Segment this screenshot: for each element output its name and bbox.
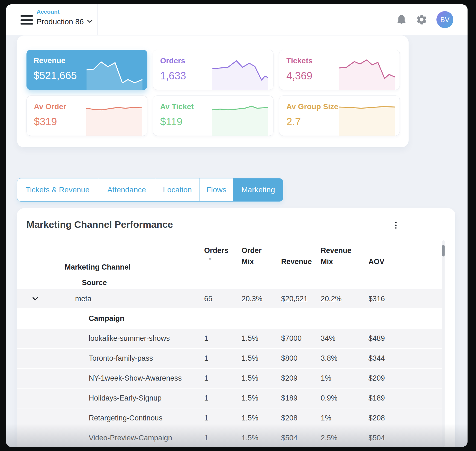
aov-value: $344 — [368, 349, 385, 368]
notifications-bell-icon[interactable] — [396, 14, 407, 25]
campaign-name: Toronto-family-pass — [89, 349, 153, 368]
avatar[interactable]: BV — [436, 11, 453, 28]
col-header-order-mix[interactable]: Order Mix — [242, 245, 267, 267]
tab-tickets-revenue[interactable]: Tickets & Revenue — [17, 178, 98, 201]
table-scrollbar-thumb[interactable] — [442, 245, 445, 256]
chevron-down-icon — [87, 19, 93, 24]
campaign-name: Retargeting-Continous — [89, 408, 162, 428]
revenue-mix-value: 0.9% — [321, 389, 338, 408]
stat-card-av-group-size[interactable]: Av Group Size 2.7 — [279, 95, 400, 136]
stat-card-av-order[interactable]: Av Order $319 — [26, 95, 147, 136]
table-row-campaign: Retargeting-Continous 1 1.5% $208 1% $20… — [17, 408, 442, 428]
kebab-menu-icon[interactable] — [394, 221, 398, 230]
revenue-sparkline-chart — [87, 58, 142, 90]
stat-card-av-ticket[interactable]: Av Ticket $119 — [153, 95, 274, 136]
table-row-campaign: Toronto-family-pass 1 1.5% $800 3.8% $34… — [17, 349, 442, 368]
order-mix-value: 20.3% — [242, 289, 263, 308]
campaign-section-header: Campaign — [17, 308, 442, 329]
col-header-revenue[interactable]: Revenue — [281, 256, 312, 267]
revenue-mix-value: 34% — [321, 329, 335, 348]
stats-panel: Revenue $521,665 Orders 1,633 Tickets 4,… — [17, 35, 409, 147]
table-row-source-meta[interactable]: meta 65 20.3% $20,521 20.2% $316 — [17, 289, 442, 308]
revenue-mix-value: 1% — [321, 369, 331, 388]
hamburger-menu-icon[interactable] — [20, 15, 33, 25]
av-group-size-sparkline-chart — [339, 103, 395, 136]
marketing-performance-card: Marketing Channel Performance Marketing … — [17, 208, 455, 447]
report-tabs: Tickets & Revenue Attendance Location Fl… — [17, 178, 283, 202]
stat-value: 1,633 — [160, 70, 186, 82]
revenue-value: $800 — [281, 349, 297, 368]
tab-attendance[interactable]: Attendance — [98, 178, 155, 201]
header-actions: BV — [396, 4, 453, 35]
aov-value: $208 — [368, 408, 385, 428]
campaign-name: Holidays-Early-Signup — [89, 389, 162, 408]
stat-label: Tickets — [286, 56, 313, 65]
aov-value: $489 — [368, 329, 385, 348]
stat-label: Revenue — [34, 56, 66, 65]
orders-value: 65 — [204, 289, 212, 308]
av-ticket-sparkline-chart — [212, 103, 268, 136]
table-body: meta 65 20.3% $20,521 20.2% $316 Campaig… — [17, 289, 442, 447]
stat-card-orders[interactable]: Orders 1,633 — [153, 50, 274, 90]
tab-flows[interactable]: Flows — [200, 178, 233, 201]
aov-value: $316 — [368, 289, 385, 308]
orders-sparkline-chart — [212, 58, 268, 90]
table-scrollbar-track[interactable] — [442, 240, 445, 447]
campaign-header-label: Campaign — [89, 308, 124, 329]
tab-marketing[interactable]: Marketing — [233, 178, 283, 201]
sort-descending-icon[interactable]: ▼ — [208, 257, 212, 261]
stat-value: 2.7 — [286, 116, 301, 128]
account-switcher[interactable]: Account Production 86 — [37, 8, 93, 26]
revenue-value: $209 — [281, 369, 297, 388]
av-order-sparkline-chart — [86, 103, 142, 136]
dashboard-app: Account Production 86 BV — [6, 4, 468, 447]
account-value: Production 86 — [37, 17, 84, 26]
table-title: Marketing Channel Performance — [26, 219, 173, 230]
revenue-value: $7000 — [281, 329, 302, 348]
col-header-source: Source — [82, 277, 107, 288]
col-header-marketing-channel: Marketing Channel — [65, 262, 131, 273]
stat-value: 4,369 — [286, 70, 312, 82]
table-row-campaign: Holidays-Early-Signup 1 1.5% $189 0.9% $… — [17, 389, 442, 408]
col-header-revenue-mix[interactable]: Revenue Mix — [321, 245, 353, 267]
stat-label: Av Group Size — [286, 102, 338, 111]
col-header-orders[interactable]: Orders — [204, 245, 228, 256]
top-header: Account Production 86 BV — [6, 4, 468, 35]
order-mix-value: 1.5% — [242, 428, 258, 447]
table-row-campaign: lookalike-summer-shows 1 1.5% $7000 34% … — [17, 329, 442, 348]
order-mix-value: 1.5% — [242, 369, 258, 388]
aov-value: $189 — [368, 389, 385, 408]
revenue-value: $208 — [281, 408, 297, 428]
revenue-value: $189 — [281, 389, 297, 408]
orders-value: 1 — [204, 428, 208, 447]
account-label: Account — [37, 8, 93, 15]
stat-label: Av Ticket — [160, 102, 194, 111]
revenue-mix-value: 1% — [321, 408, 331, 428]
tab-location[interactable]: Location — [155, 178, 200, 201]
header-divider — [97, 4, 98, 35]
revenue-value: $504 — [281, 428, 297, 447]
col-header-aov[interactable]: AOV — [368, 256, 385, 267]
campaign-name: NY-1week-Show-Awareness — [89, 369, 182, 388]
order-mix-value: 1.5% — [242, 389, 258, 408]
stat-value: $319 — [34, 116, 57, 128]
revenue-value: $20,521 — [281, 289, 308, 308]
stat-card-tickets[interactable]: Tickets 4,369 — [279, 50, 400, 90]
stat-label: Av Order — [34, 102, 66, 111]
campaign-name: Video-Preview-Campaign — [89, 428, 172, 447]
aov-value: $209 — [368, 369, 385, 388]
stat-card-revenue[interactable]: Revenue $521,665 — [26, 50, 147, 90]
chevron-down-icon[interactable] — [32, 289, 38, 308]
stat-value: $119 — [160, 116, 183, 128]
orders-value: 1 — [204, 329, 208, 348]
revenue-mix-value: 20.2% — [321, 289, 342, 308]
settings-gear-icon[interactable] — [416, 14, 428, 26]
order-mix-value: 1.5% — [242, 349, 258, 368]
table-row-campaign: Video-Preview-Campaign 1 1.5% $504 2.5% … — [17, 428, 442, 447]
order-mix-value: 1.5% — [242, 408, 258, 428]
source-name: meta — [75, 289, 91, 308]
campaign-name: lookalike-summer-shows — [89, 329, 170, 348]
stat-value: $521,665 — [34, 70, 77, 82]
revenue-mix-value: 2.5% — [321, 428, 338, 447]
stat-label: Orders — [160, 56, 185, 65]
